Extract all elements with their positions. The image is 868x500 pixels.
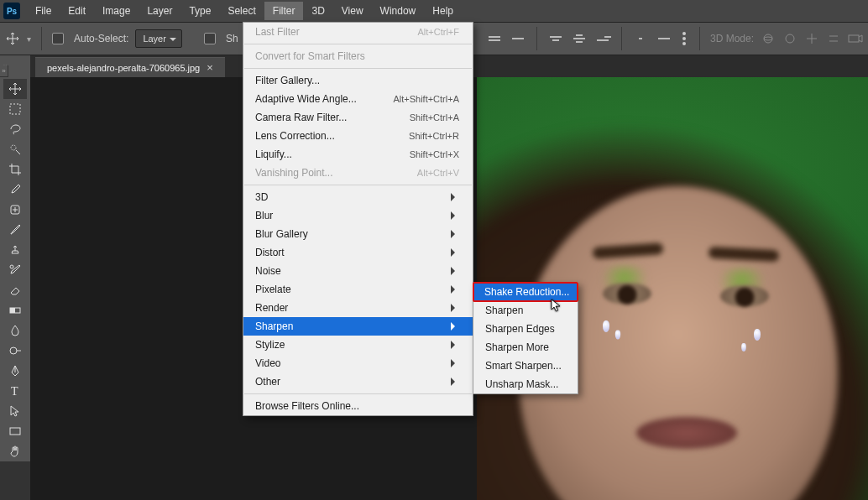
- hand-tool[interactable]: [3, 441, 27, 461]
- filter-browse-online[interactable]: Browse Filters Online...: [243, 397, 473, 415]
- more-options-icon[interactable]: [679, 29, 689, 49]
- sharpen-unsharp-mask[interactable]: Unsharp Mask...: [473, 375, 578, 393]
- svg-point-5: [11, 145, 16, 150]
- align-left-icon[interactable]: [547, 30, 564, 47]
- filter-camera-raw[interactable]: Camera Raw Filter...Shift+Ctrl+A: [243, 108, 473, 127]
- align-vcenter-icon[interactable]: [486, 30, 503, 47]
- filter-gallery[interactable]: Filter Gallery...: [243, 71, 473, 90]
- filter-render[interactable]: Render: [243, 299, 473, 317]
- sharpen-edges[interactable]: Sharpen Edges: [473, 320, 578, 338]
- filter-video[interactable]: Video: [243, 354, 473, 372]
- svg-rect-12: [10, 428, 20, 435]
- distribute-v-icon[interactable]: [656, 30, 672, 47]
- close-tab-icon[interactable]: ×: [207, 62, 213, 73]
- distribute-h-icon[interactable]: [632, 30, 649, 47]
- sharpen-smart[interactable]: Smart Sharpen...: [473, 357, 578, 375]
- rectangle-tool[interactable]: [3, 421, 27, 441]
- filter-stylize[interactable]: Stylize: [243, 336, 473, 354]
- mouse-cursor-icon: [551, 299, 562, 314]
- lasso-tool[interactable]: [3, 119, 27, 139]
- filter-liquify[interactable]: Liquify...Shift+Ctrl+X: [243, 145, 473, 164]
- sharpen-more[interactable]: Sharpen More: [473, 338, 578, 357]
- filter-blur-gallery[interactable]: Blur Gallery: [243, 225, 473, 243]
- filter-3d[interactable]: 3D: [243, 188, 473, 206]
- eraser-tool[interactable]: [3, 280, 27, 300]
- filter-convert-smart: Convert for Smart Filters: [243, 47, 473, 65]
- menu-layer[interactable]: Layer: [139, 2, 180, 20]
- filter-sharpen[interactable]: Sharpen: [243, 317, 473, 336]
- svg-point-1: [764, 37, 772, 40]
- filter-distort[interactable]: Distort: [243, 243, 473, 262]
- svg-rect-9: [10, 308, 15, 313]
- show-transform-checkbox[interactable]: [204, 33, 216, 44]
- filter-vanishing-point: Vanishing Point...Alt+Ctrl+V: [243, 164, 473, 182]
- 3d-slide-icon: [826, 31, 841, 46]
- menu-filter[interactable]: Filter: [264, 2, 304, 20]
- menu-file[interactable]: File: [27, 2, 60, 20]
- eyedropper-tool[interactable]: [3, 180, 27, 200]
- sharpen-submenu: Shake Reduction... Sharpen Sharpen Edges…: [473, 282, 578, 394]
- move-tool-icon: [5, 31, 20, 46]
- healing-brush-tool[interactable]: [3, 200, 27, 220]
- menu-view[interactable]: View: [333, 2, 372, 20]
- filter-blur[interactable]: Blur: [243, 206, 473, 225]
- menu-edit[interactable]: Edit: [60, 2, 94, 20]
- type-tool[interactable]: T: [3, 381, 27, 401]
- align-hcenter-icon[interactable]: [571, 30, 588, 47]
- menu-3d[interactable]: 3D: [303, 2, 332, 20]
- app-logo-icon: Ps: [3, 3, 20, 19]
- filter-noise[interactable]: Noise: [243, 262, 473, 280]
- align-bottom-icon[interactable]: [510, 30, 526, 47]
- ruler-expand-icon[interactable]: »: [0, 65, 8, 77]
- svg-point-7: [10, 265, 13, 268]
- move-tool[interactable]: [3, 79, 27, 99]
- 3d-zoom-icon: [848, 31, 863, 46]
- auto-select-label: Auto-Select:: [74, 33, 128, 44]
- menu-window[interactable]: Window: [372, 2, 425, 20]
- filter-last-filter: Last FilterAlt+Ctrl+F: [243, 23, 473, 41]
- blur-tool[interactable]: [3, 320, 27, 341]
- gradient-tool[interactable]: [3, 300, 27, 320]
- document-tab[interactable]: pexels-alejandro-peralta-7060965.jpg ×: [35, 57, 225, 77]
- path-select-tool[interactable]: [3, 401, 27, 421]
- menu-image[interactable]: Image: [94, 2, 139, 20]
- 3d-mode-label: 3D Mode:: [710, 33, 754, 44]
- menu-type[interactable]: Type: [180, 2, 219, 20]
- svg-rect-4: [10, 104, 20, 114]
- filter-menu: Last FilterAlt+Ctrl+F Convert for Smart …: [243, 22, 473, 416]
- 3d-pan-icon: [804, 31, 819, 46]
- menubar: Ps File Edit Image Layer Type Select Fil…: [0, 0, 868, 22]
- layer-group-dropdown[interactable]: Layer: [135, 29, 182, 48]
- svg-text:T: T: [11, 385, 18, 398]
- tools-panel: T: [0, 77, 30, 461]
- auto-select-checkbox[interactable]: [52, 33, 64, 44]
- quick-select-tool[interactable]: [3, 139, 27, 159]
- filter-lens-correction[interactable]: Lens Correction...Shift+Ctrl+R: [243, 127, 473, 145]
- filter-adaptive-wide-angle[interactable]: Adaptive Wide Angle...Alt+Shift+Ctrl+A: [243, 90, 473, 108]
- menu-select[interactable]: Select: [219, 2, 264, 20]
- svg-point-2: [786, 34, 794, 43]
- menu-help[interactable]: Help: [424, 2, 462, 20]
- pen-tool[interactable]: [3, 361, 27, 381]
- document-tab-title: pexels-alejandro-peralta-7060965.jpg: [47, 63, 200, 73]
- filter-pixelate[interactable]: Pixelate: [243, 280, 473, 299]
- history-brush-tool[interactable]: [3, 260, 27, 280]
- show-transform-label-partial: Sh: [226, 33, 238, 44]
- marquee-tool[interactable]: [3, 99, 27, 119]
- 3d-roll-icon: [782, 31, 797, 46]
- brush-tool[interactable]: [3, 220, 27, 240]
- clone-stamp-tool[interactable]: [3, 240, 27, 260]
- crop-tool[interactable]: [3, 159, 27, 180]
- svg-point-10: [10, 347, 17, 354]
- dodge-tool[interactable]: [3, 341, 27, 361]
- svg-point-0: [764, 34, 772, 43]
- svg-rect-3: [849, 35, 859, 42]
- filter-other[interactable]: Other: [243, 372, 473, 391]
- align-right-icon[interactable]: [594, 30, 611, 47]
- sharpen-shake-reduction[interactable]: Shake Reduction...: [473, 282, 578, 302]
- 3d-orbit-icon: [761, 31, 776, 46]
